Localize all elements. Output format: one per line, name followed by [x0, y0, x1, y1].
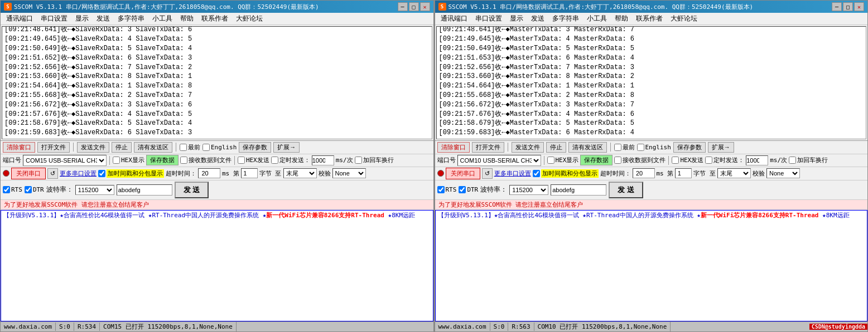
left-dtr-checkbox[interactable]	[25, 186, 32, 193]
maximize-button-left[interactable]: □	[409, 2, 419, 11]
left-menu-send[interactable]: 发送	[93, 13, 113, 24]
left-more-settings-link[interactable]: 更多串口设置	[60, 169, 97, 178]
right-dtr-checkbox[interactable]	[459, 186, 466, 193]
right-checksum-select[interactable]: None	[766, 168, 800, 178]
left-menu-contact[interactable]: 联系作者	[198, 13, 232, 24]
right-menu-tools[interactable]: 小工具	[584, 13, 610, 24]
right-menu-comm[interactable]: 通讯端口	[437, 13, 471, 24]
left-send-row: RTS DTR 波特率： 115200 发 送	[1, 180, 433, 199]
right-byte-num-input[interactable]	[675, 168, 692, 178]
left-close-port-btn[interactable]: 关闭串口	[11, 168, 46, 179]
left-send-btn[interactable]: 发 送	[175, 182, 209, 198]
right-status-r: R:563	[508, 323, 534, 331]
left-toolbar-3: 关闭串口 ↺ 更多串口设置 加时间戳和分包显示 超时时间： ms 第 字节 至 …	[1, 167, 433, 180]
right-port-select[interactable]: COM10 USB-SERIAL CH340	[457, 155, 541, 166]
left-hex-send-checkbox[interactable]	[238, 157, 245, 164]
left-checksum-select[interactable]: None	[332, 168, 366, 178]
right-hex-display-checkbox[interactable]	[547, 157, 554, 164]
left-end-select[interactable]: 末尾	[283, 168, 317, 178]
right-menu-serial-settings[interactable]: 串口设置	[472, 13, 505, 24]
right-refresh-btn[interactable]: ↺	[482, 168, 493, 179]
right-status-bar: www.daxia.com S:0 R:563 COM10 已打开 115200…	[435, 321, 868, 331]
left-send-input[interactable]	[117, 184, 172, 196]
right-open-file-btn[interactable]: 打开文件	[472, 142, 504, 153]
right-english-label: English	[637, 144, 671, 151]
left-refresh-btn[interactable]: ↺	[47, 168, 58, 179]
left-open-file-btn[interactable]: 打开文件	[37, 142, 70, 153]
right-hex-send-checkbox[interactable]	[672, 157, 679, 164]
left-stop-btn[interactable]: 停止	[112, 142, 132, 153]
right-save-data-btn[interactable]: 保存数据	[580, 155, 613, 165]
left-menu-help[interactable]: 帮助	[177, 13, 197, 24]
right-stop-btn[interactable]: 停止	[546, 142, 566, 153]
left-ms-unit: ms/次	[336, 156, 353, 164]
left-menu-tools[interactable]: 小工具	[149, 13, 176, 24]
right-menu-forum[interactable]: 大虾论坛	[667, 13, 701, 24]
left-ticker-highlight: 新一代WiFi芯片兼容8266支持RT-Thread	[266, 212, 384, 219]
left-clear-btn[interactable]: 清除窗口	[3, 142, 35, 153]
left-recv-file-checkbox[interactable]	[180, 157, 187, 164]
right-menu-help[interactable]: 帮助	[611, 13, 631, 24]
right-most-recent-checkbox[interactable]	[614, 144, 621, 151]
left-menu-forum[interactable]: 大虾论坛	[233, 13, 266, 24]
rsep4	[668, 156, 669, 165]
left-send-file-btn[interactable]: 发送文件	[77, 142, 109, 153]
left-baud-select[interactable]: 115200	[75, 185, 114, 195]
right-menu-contact[interactable]: 联系作者	[633, 13, 666, 24]
left-menu-comm[interactable]: 通讯端口	[3, 13, 36, 24]
rsep1	[508, 143, 508, 152]
right-expand-btn[interactable]: 扩展→	[708, 142, 734, 153]
right-baud-select[interactable]: 115200	[509, 185, 548, 195]
right-english-checkbox[interactable]	[637, 144, 644, 151]
right-dtr-label: DTR	[459, 186, 478, 193]
left-expand-btn[interactable]: 扩展→	[273, 142, 300, 153]
right-clear-btn[interactable]: 清除窗口	[437, 142, 470, 153]
left-rts-checkbox[interactable]	[3, 186, 10, 193]
left-most-recent-checkbox[interactable]	[180, 144, 187, 151]
left-clear-send-btn[interactable]: 清有发送区	[134, 142, 172, 153]
close-button-left[interactable]: ✕	[420, 2, 430, 11]
right-rts-checkbox[interactable]	[437, 186, 445, 193]
left-english-checkbox[interactable]	[202, 144, 210, 151]
right-menu-display[interactable]: 显示	[507, 13, 527, 24]
maximize-button-right[interactable]: □	[843, 2, 853, 11]
right-timed-send-checkbox[interactable]	[705, 157, 712, 164]
left-ms-label: ms 第	[222, 169, 239, 178]
right-send-btn[interactable]: 发 送	[609, 182, 643, 198]
left-menu-display[interactable]: 显示	[72, 13, 92, 24]
right-menu-send[interactable]: 发送	[528, 13, 548, 24]
right-port-label: 端口号	[437, 156, 456, 164]
right-timeout-input[interactable]	[633, 168, 655, 178]
left-menu-serial-settings[interactable]: 串口设置	[37, 13, 71, 24]
left-port-select[interactable]: COM15 USB-SERIAL CH340	[23, 155, 107, 166]
left-window: S SSCOM V5.13.1 串口/网络数据调试工具,作者:大虾丁丁,2618…	[0, 0, 434, 332]
right-clear-send-btn[interactable]: 清有发送区	[568, 142, 607, 153]
right-save-params-btn[interactable]: 保存参数	[673, 142, 706, 153]
left-menu-multi-string[interactable]: 多字符串	[114, 13, 148, 24]
left-save-params-btn[interactable]: 保存参数	[239, 142, 271, 153]
left-save-data-btn[interactable]: 保存数据	[146, 155, 179, 165]
minimize-button-right[interactable]: ─	[832, 2, 842, 11]
right-close-port-btn[interactable]: 关闭串口	[446, 168, 480, 179]
left-byte-num-input[interactable]	[241, 168, 258, 178]
right-more-settings-link[interactable]: 更多串口设置	[494, 169, 531, 178]
minimize-button-left[interactable]: ─	[398, 2, 408, 11]
left-loop-checkbox[interactable]	[355, 157, 362, 164]
left-timeout-input[interactable]	[198, 168, 220, 178]
left-interval-input[interactable]	[312, 155, 334, 165]
left-hex-display-checkbox[interactable]	[113, 157, 120, 164]
right-recv-file-checkbox[interactable]	[614, 157, 621, 164]
right-send-file-btn[interactable]: 发送文件	[512, 142, 544, 153]
right-end-select[interactable]: 末尾	[717, 168, 751, 178]
right-menu-multi-string[interactable]: 多字符串	[549, 13, 582, 24]
left-status-port: COM15 已打开 115200bps,8,1,None,None	[100, 322, 237, 331]
left-timestamp-checkbox[interactable]	[98, 170, 105, 177]
right-send-input[interactable]	[551, 184, 606, 196]
right-loop-checkbox[interactable]	[789, 157, 796, 164]
right-ticker: 【升级到V5.13.1】★合宙高性价比4G模块值得一试 ★RT-Thread中国…	[435, 210, 868, 322]
right-interval-input[interactable]	[746, 155, 768, 165]
left-ticker-rest: ★8KM远距	[384, 212, 415, 219]
close-button-right[interactable]: ✕	[854, 2, 864, 11]
left-timed-send-checkbox[interactable]	[271, 157, 278, 164]
right-timestamp-checkbox[interactable]	[533, 170, 540, 177]
